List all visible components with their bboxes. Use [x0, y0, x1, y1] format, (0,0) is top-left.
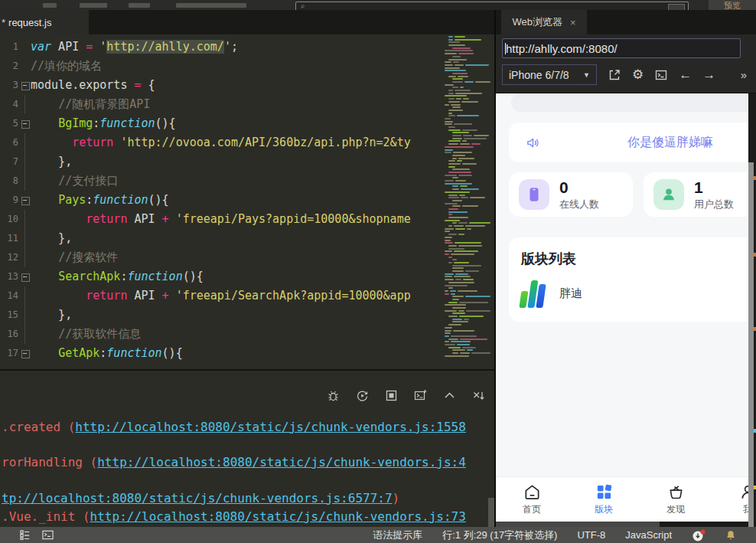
code-line: 17 GetApk:function(){	[0, 344, 494, 363]
board-item[interactable]: 胖迪	[521, 279, 748, 308]
code-text: return API + 'freeapi/Pays?appid=10000&s…	[31, 210, 494, 229]
console-toolbar	[327, 389, 485, 402]
line-number: 11	[0, 229, 18, 248]
nav-item-grid[interactable]: 版块	[568, 477, 640, 522]
line-number: 17	[0, 344, 18, 363]
line-number: 8	[0, 172, 18, 191]
notification-bell-icon[interactable]	[725, 530, 736, 541]
stacktrace-link[interactable]: http://localhost:8080/static/js/chunk-ve…	[90, 509, 466, 524]
language-status[interactable]: JavaScript	[625, 529, 672, 541]
back-icon[interactable]: ←	[679, 67, 692, 83]
toolbar-text-ghost	[80, 3, 107, 8]
code-text: },	[31, 306, 494, 325]
line-number: 6	[0, 133, 18, 152]
speaker-icon	[526, 136, 540, 150]
code-line: 1var API = 'http://ahlly.com/';	[0, 38, 494, 57]
outline-tree-icon[interactable]	[20, 530, 30, 540]
code-editor[interactable]: 1var API = 'http://ahlly.com/';2//填你的域名3…	[0, 34, 496, 369]
fold-marker-icon[interactable]	[18, 267, 31, 286]
fold-guide	[18, 286, 31, 306]
vertical-scrollbar[interactable]	[748, 93, 756, 527]
collapse-panel-icon[interactable]	[443, 389, 456, 402]
phone-viewport: 你是傻逼胖娣嘛 0在线人数1用户总数 版块列表 胖迪 首页版块发现我	[496, 93, 748, 527]
forward-icon[interactable]: →	[702, 67, 715, 83]
modified-indicator: *	[2, 17, 5, 28]
url-input[interactable]: http://ahlly.com/:8080/	[502, 38, 741, 58]
nav-item-basket[interactable]: 发现	[640, 477, 712, 522]
error-text: )	[393, 491, 400, 505]
fold-marker-icon[interactable]	[18, 191, 31, 210]
code-line: 14 return API + 'freeapi/SearchApk?appid…	[0, 286, 494, 306]
tab-label: Web浏览器	[512, 15, 562, 29]
line-number: 13	[0, 267, 18, 286]
horizontal-scrollbar-thumb[interactable]	[496, 522, 660, 527]
top-toolbar: ⌕ 预览	[0, 0, 756, 11]
code-text: return 'http://ovooa.com/API/360bz/api.p…	[31, 133, 494, 152]
preview-button[interactable]: 预览	[709, 0, 756, 10]
code-text: var API = 'http://ahlly.com/';	[31, 38, 494, 57]
line-number: 10	[0, 210, 18, 229]
board-name: 胖迪	[559, 286, 582, 301]
line-number: 12	[0, 248, 18, 267]
minimap[interactable]	[443, 36, 490, 367]
console-line: rorHandling (http://localhost:8080/stati…	[2, 455, 466, 472]
url-text: http://ahlly.com/:8080/	[506, 42, 618, 55]
browser-preview: 你是傻逼胖娣嘛 0在线人数1用户总数 版块列表 胖迪 首页版块发现我	[496, 93, 756, 527]
line-number: 3	[0, 76, 18, 95]
code-text: SearchApk:function(){	[31, 267, 494, 286]
device-select[interactable]: iPhone 6/7/8 ▼	[502, 64, 597, 85]
line-number: 2	[0, 57, 18, 76]
open-external-icon[interactable]	[608, 68, 621, 82]
restart-icon[interactable]	[356, 389, 369, 402]
fold-guide	[18, 172, 31, 191]
console-scrollbar[interactable]	[488, 498, 494, 528]
syntax-lib-status[interactable]: 语法提示库	[373, 528, 422, 542]
code-line: 9 Pays:function(){	[0, 191, 494, 210]
terminal-status-icon[interactable]	[42, 530, 54, 540]
encoding-status[interactable]: UTF-8	[577, 529, 605, 541]
code-line: 4 //随机背景图API	[0, 95, 494, 114]
more-chevron-icon[interactable]: »	[741, 64, 747, 85]
announcement-bar[interactable]: 你是傻逼胖娣嘛	[509, 123, 748, 162]
horizontal-scrollbar[interactable]	[496, 522, 748, 527]
close-icon[interactable]: ×	[570, 17, 576, 28]
code-text: BgImg:function(){	[31, 114, 494, 133]
stacktrace-link[interactable]: http://localhost:8080/static/js/chunk-ve…	[97, 455, 466, 469]
clear-console-icon[interactable]	[472, 389, 485, 402]
error-text: .Vue._init (	[2, 509, 90, 524]
code-line: 5 BgImg:function(){	[0, 114, 494, 133]
fold-marker-icon[interactable]	[18, 76, 31, 95]
toolbar-icon-ghost	[43, 3, 57, 8]
line-number: 1	[0, 38, 18, 57]
code-text: //填你的域名	[31, 57, 494, 76]
settings-gear-icon[interactable]: ⚙	[632, 67, 644, 83]
phone-icon	[519, 179, 549, 210]
search-bar-stub[interactable]	[511, 93, 748, 112]
code-line: 12 //搜索软件	[0, 248, 494, 267]
terminal-new-icon[interactable]	[414, 389, 427, 402]
stacktrace-link[interactable]: http://localhost:8080/static/js/chunk-ve…	[75, 420, 466, 434]
update-download-icon[interactable]	[692, 529, 705, 541]
debug-icon[interactable]	[327, 389, 340, 402]
fold-marker-icon[interactable]	[18, 114, 31, 133]
code-text: },	[31, 229, 494, 248]
stacktrace-link[interactable]: tp://localhost:8080/static/js/chunk-vend…	[2, 491, 393, 505]
browser-toolbar: http://ahlly.com/:8080/ iPhone 6/7/8 ▼ ⚙…	[496, 34, 756, 93]
nav-item-home[interactable]: 首页	[496, 477, 568, 522]
stop-icon[interactable]	[385, 389, 398, 402]
vertical-scrollbar-thumb[interactable]	[748, 162, 754, 527]
line-number: 9	[0, 191, 18, 210]
console-terminal-icon[interactable]	[654, 68, 668, 82]
fold-marker-icon[interactable]	[18, 344, 31, 363]
device-label: iPhone 6/7/8	[509, 69, 569, 81]
cursor-position-status[interactable]: 行:1 列:29 (17字符被选择)	[442, 528, 557, 542]
code-text: //获取软件信息	[31, 325, 494, 344]
nav-item-person[interactable]: 我	[712, 477, 748, 522]
grid-icon	[595, 483, 613, 501]
tab-web-browser[interactable]: Web浏览器 ×	[501, 10, 587, 34]
line-number: 5	[0, 114, 18, 133]
fold-guide	[18, 38, 31, 57]
person-icon	[739, 483, 749, 501]
fold-guide	[18, 95, 31, 114]
tab-request-js[interactable]: * request.js	[0, 10, 89, 34]
